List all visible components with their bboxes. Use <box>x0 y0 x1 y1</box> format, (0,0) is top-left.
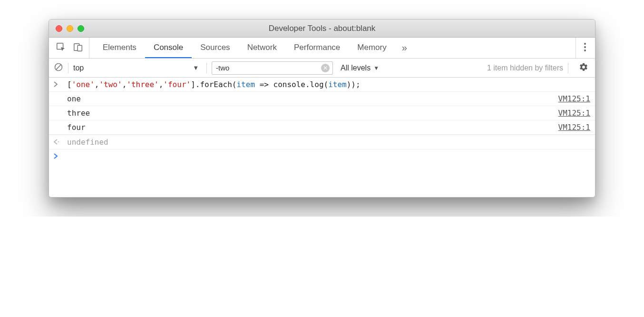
inspect-element-icon[interactable] <box>56 42 66 54</box>
tab-sources[interactable]: Sources <box>192 38 238 58</box>
console-return-row: undefined <box>49 135 595 149</box>
tab-label: Performance <box>294 43 340 52</box>
tab-performance[interactable]: Performance <box>285 38 349 58</box>
svg-point-8 <box>58 141 59 142</box>
input-marker-icon <box>53 80 67 89</box>
tab-icon-group <box>54 38 89 58</box>
divider <box>68 63 68 73</box>
tab-label: Console <box>154 43 183 52</box>
console-filter-input[interactable] <box>216 64 321 72</box>
device-toolbar-icon[interactable] <box>73 42 83 54</box>
caret-down-icon: ▼ <box>373 65 379 71</box>
svg-point-5 <box>584 50 586 51</box>
svg-point-3 <box>584 43 586 45</box>
log-text: one <box>67 94 558 103</box>
tab-console[interactable]: Console <box>145 38 192 58</box>
devtools-window: Developer Tools - about:blank Elements C… <box>49 19 595 198</box>
svg-point-4 <box>584 46 586 48</box>
divider <box>568 63 568 73</box>
source-link[interactable]: VM125:1 <box>558 123 590 132</box>
console-input-echo: ['one','two','three','four'].forEach(ite… <box>49 78 595 92</box>
clear-console-icon[interactable] <box>54 62 63 74</box>
console-toolbar: top ▼ ✕ All levels ▼ 1 item hidden by fi… <box>49 59 595 78</box>
levels-label: All levels <box>341 64 371 72</box>
devtools-tabbar: Elements Console Sources Network Perform… <box>49 38 595 59</box>
clear-filter-icon[interactable]: ✕ <box>321 64 330 72</box>
execution-context-selector[interactable]: top ▼ <box>73 59 202 77</box>
tab-label: Memory <box>357 43 386 52</box>
devtools-menu-button[interactable] <box>576 38 590 58</box>
log-text: four <box>67 123 558 132</box>
code-line: ['one','two','three','four'].forEach(ite… <box>67 80 590 89</box>
caret-down-icon: ▼ <box>193 64 199 71</box>
console-body: ['one','two','three','four'].forEach(ite… <box>49 78 595 197</box>
log-levels-selector[interactable]: All levels ▼ <box>338 64 382 72</box>
tab-elements[interactable]: Elements <box>94 38 145 58</box>
titlebar: Developer Tools - about:blank <box>49 20 595 38</box>
output-marker-icon <box>53 138 67 147</box>
tab-network[interactable]: Network <box>239 38 285 58</box>
prompt-marker-icon <box>53 152 67 161</box>
console-log-row: three VM125:1 <box>49 106 595 120</box>
console-log-row: four VM125:1 <box>49 120 595 135</box>
hidden-by-filter-message: 1 item hidden by filters <box>487 64 563 72</box>
kebab-icon <box>584 42 586 54</box>
log-text: three <box>67 109 558 118</box>
console-prompt-row[interactable] <box>49 149 595 164</box>
window-title: Developer Tools - about:blank <box>49 24 595 33</box>
tab-memory[interactable]: Memory <box>349 38 395 58</box>
svg-line-7 <box>56 64 61 70</box>
console-log-row: one VM125:1 <box>49 92 595 106</box>
source-link[interactable]: VM125:1 <box>558 109 590 118</box>
svg-rect-2 <box>78 45 82 51</box>
context-label: top <box>73 64 84 72</box>
tab-label: Network <box>247 43 277 52</box>
tabs-overflow-button[interactable]: » <box>395 38 414 58</box>
chevron-double-right-icon: » <box>402 42 407 53</box>
console-filter-field[interactable]: ✕ <box>212 61 333 75</box>
divider <box>206 63 207 73</box>
console-settings-icon[interactable] <box>573 62 590 74</box>
tab-label: Sources <box>200 43 230 52</box>
tab-label: Elements <box>103 43 137 52</box>
return-value: undefined <box>67 138 590 147</box>
source-link[interactable]: VM125:1 <box>558 94 590 103</box>
